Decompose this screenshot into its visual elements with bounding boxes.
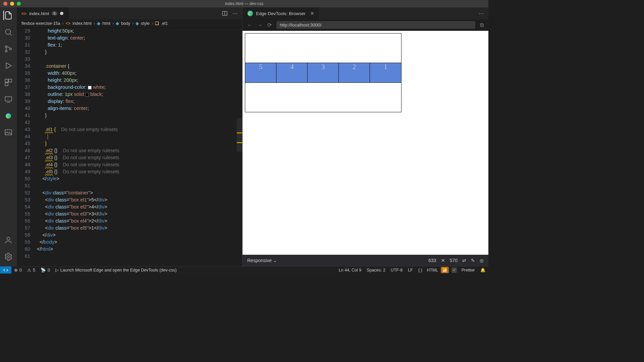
encoding[interactable]: UTF-8 — [388, 267, 405, 273]
svg-point-12 — [7, 237, 10, 240]
svg-point-0 — [5, 29, 10, 34]
back-icon[interactable]: ← — [247, 22, 253, 28]
viewport-height[interactable]: 570 — [450, 258, 458, 263]
notifications-bell-icon[interactable]: 🔔 — [478, 267, 488, 273]
problems-errors[interactable]: ⊗0 — [11, 267, 24, 273]
element-icon: ◆ — [116, 21, 119, 26]
svg-rect-7 — [9, 79, 12, 82]
broadcast-icon[interactable]: 📶 — [441, 267, 449, 273]
macos-titlebar: index.html — dev-css — [0, 0, 488, 7]
search-icon[interactable] — [4, 27, 13, 37]
edge-tools-icon[interactable] — [4, 111, 13, 121]
preview-box: 2 — [339, 63, 370, 82]
svg-point-3 — [5, 50, 7, 52]
tab-dirty-indicator — [60, 12, 63, 15]
file-tab-index[interactable]: <> index.html 5 — [17, 7, 68, 19]
launch-edge-item[interactable]: ▷Launch Microsoft Edge and open the Edge… — [53, 267, 179, 273]
line-gutter: 2930313233343536373839404142434445464748… — [17, 27, 37, 266]
reload-icon[interactable]: ⟳ — [267, 22, 272, 28]
svg-rect-11 — [5, 130, 12, 135]
image-icon[interactable] — [4, 128, 13, 137]
preview-box: 5 — [245, 63, 276, 82]
run-debug-icon[interactable] — [4, 61, 13, 70]
window-zoom-button[interactable] — [17, 2, 21, 6]
play-icon: ▷ — [55, 267, 59, 273]
remote-explorer-icon[interactable] — [4, 95, 13, 104]
editor-pane: <> index.html 5 ··· flexbox-exercise-15a… — [17, 7, 242, 266]
eol[interactable]: LF — [405, 267, 416, 273]
forward-icon[interactable]: → — [257, 22, 263, 28]
selector-icon: ❑ — [155, 21, 159, 26]
code-lines[interactable]: height:50px; text-align: center; flex: 1… — [37, 27, 242, 266]
breadcrumb-item[interactable]: index.html — [72, 21, 92, 26]
breadcrumb-item[interactable]: .el1 — [161, 21, 168, 26]
activity-bar — [0, 7, 17, 266]
svg-rect-6 — [5, 79, 8, 82]
tab-warning-badge: 5 — [52, 11, 57, 15]
indentation[interactable]: Spaces: 2 — [364, 267, 388, 273]
close-icon[interactable]: ✕ — [310, 11, 314, 16]
breadcrumb-item[interactable]: body — [121, 21, 130, 26]
prettier-status[interactable]: ✓ Prettier — [449, 267, 478, 273]
devtools-tab-bar: Edge DevTools: Browser ✕ ··· — [243, 7, 488, 19]
svg-rect-9 — [5, 97, 12, 101]
more-actions-icon[interactable]: ··· — [232, 10, 237, 17]
preview-status-bar: Responsive ⌄ 633 ✕ 570 ⇄ ✎ ◎ — [243, 255, 488, 266]
language-mode[interactable]: { } HTML — [416, 267, 441, 273]
window-title: index.html — dev-css — [225, 1, 264, 6]
viewport-width[interactable]: 633 — [428, 258, 436, 263]
devtools-browser-tab[interactable]: Edge DevTools: Browser ✕ — [243, 7, 319, 19]
dimension-separator: ✕ — [441, 258, 445, 263]
device-dropdown[interactable]: Responsive ⌄ — [247, 258, 277, 263]
extensions-icon[interactable] — [4, 78, 13, 87]
element-icon: ◆ — [97, 21, 100, 26]
devtools-tab-label: Edge DevTools: Browser — [256, 11, 306, 16]
edge-browser-icon — [247, 10, 253, 16]
breadcrumb[interactable]: flexbox-exercise-15a› <>index.html› ◆htm… — [17, 19, 242, 27]
svg-marker-5 — [6, 63, 11, 68]
open-external-icon[interactable]: ⧉ — [480, 22, 484, 28]
explorer-icon[interactable] — [3, 11, 13, 20]
radio-icon: 📡 — [41, 267, 46, 273]
preview-container: 5 4 3 2 1 — [245, 34, 401, 112]
file-html-icon: <> — [66, 21, 71, 26]
breadcrumb-item[interactable]: style — [141, 21, 150, 26]
error-icon: ⊗ — [14, 267, 18, 273]
svg-point-2 — [5, 46, 7, 48]
cursor-position[interactable]: Ln 44, Col 9 — [336, 267, 364, 273]
devtools-pane: Edge DevTools: Browser ✕ ··· ← → ⟳ http:… — [242, 7, 488, 266]
breadcrumb-item[interactable]: html — [102, 21, 110, 26]
accounts-icon[interactable] — [4, 235, 13, 245]
chevron-down-icon: ⌄ — [273, 258, 277, 263]
problems-warnings[interactable]: ⚠5 — [24, 267, 38, 273]
address-bar[interactable]: http://localhost:3000/ — [276, 21, 475, 29]
ruler-icon[interactable]: ✎ — [471, 258, 475, 263]
inspect-target-icon[interactable]: ◎ — [480, 258, 484, 263]
preview-box: 3 — [308, 63, 339, 82]
window-close-button[interactable] — [3, 2, 7, 6]
browser-toolbar: ← → ⟳ http://localhost:3000/ ⧉ — [243, 19, 488, 31]
element-icon: ◆ — [136, 21, 139, 26]
browser-preview[interactable]: 5 4 3 2 1 — [243, 31, 488, 255]
remote-indicator[interactable] — [0, 266, 11, 274]
split-editor-icon[interactable] — [222, 10, 228, 16]
ports-item[interactable]: 📡0 — [38, 267, 53, 273]
tab-filename: index.html — [29, 11, 49, 16]
preview-box: 1 — [370, 63, 401, 82]
status-bar: ⊗0 ⚠5 📡0 ▷Launch Microsoft Edge and open… — [0, 266, 488, 274]
minimap[interactable] — [237, 27, 242, 266]
preview-box: 4 — [276, 63, 308, 82]
warning-icon: ⚠ — [27, 267, 31, 273]
settings-gear-icon[interactable] — [4, 252, 13, 261]
code-editor[interactable]: 2930313233343536373839404142434445464748… — [17, 27, 242, 266]
svg-point-13 — [7, 256, 10, 258]
more-actions-icon[interactable]: ··· — [479, 10, 484, 17]
svg-point-4 — [10, 48, 11, 50]
breadcrumb-item[interactable]: flexbox-exercise-15a — [21, 21, 60, 26]
file-html-icon: <> — [21, 11, 26, 16]
rotate-icon[interactable]: ⇄ — [462, 258, 466, 263]
window-minimize-button[interactable] — [10, 2, 14, 6]
tab-bar: <> index.html 5 ··· — [17, 7, 242, 19]
source-control-icon[interactable] — [4, 44, 13, 54]
svg-line-1 — [10, 34, 11, 35]
